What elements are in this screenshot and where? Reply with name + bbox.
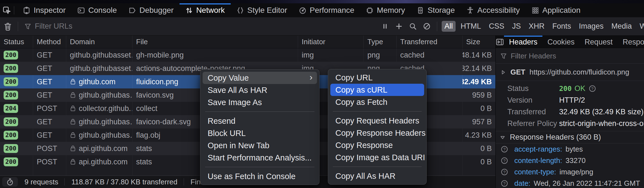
filter-headers-bar[interactable]: Filter Headers	[496, 49, 644, 64]
toolbar-tab-label: Memory	[377, 6, 405, 15]
submenu-item-label: Copy All As HAR	[335, 172, 395, 181]
header-name[interactable]: accept-ranges:	[514, 145, 562, 154]
context-menu-item[interactable]	[205, 167, 314, 167]
summary-row: Version HTTP/2	[507, 94, 644, 106]
header-row: content-length: 33270	[496, 155, 644, 166]
context-menu-item[interactable]: Save All As HAR	[203, 84, 317, 96]
summary-value: HTTP/2	[559, 96, 585, 105]
toolbar-tab[interactable]: Network	[180, 3, 231, 17]
toolbar-tab[interactable]: Inspector	[17, 3, 72, 17]
submenu-item[interactable]: Copy as Fetch	[330, 96, 424, 108]
submenu-item[interactable]: Copy as cURL	[330, 84, 424, 96]
submenu-item[interactable]: Copy Response	[330, 139, 424, 151]
context-menu-item[interactable]: Resend	[203, 115, 317, 127]
column-header[interactable]: Initiator	[298, 36, 364, 48]
context-menu-item[interactable]: Save Image As	[203, 96, 317, 108]
type-filter-button[interactable]: CSS	[486, 21, 507, 32]
submenu-item[interactable]: Copy Response Headers	[330, 127, 424, 139]
type-filter-button[interactable]: Media	[609, 21, 635, 32]
toolbar-tab[interactable]: Console	[72, 3, 123, 17]
toolbar-tab[interactable]: Performance	[293, 3, 360, 17]
pause-traffic-button[interactable]	[378, 17, 392, 35]
type-filter-button[interactable]: All	[442, 21, 456, 32]
toolbar-tab[interactable]: Storage	[411, 3, 461, 17]
status-badge: 200	[4, 64, 18, 73]
toolbar-tab[interactable]: Accessibility	[461, 3, 525, 17]
toolbar-tab-icon	[77, 7, 85, 14]
response-headers-list: accept-ranges: bytes content-length: 332…	[496, 144, 644, 188]
type-filter-button[interactable]: HTML	[458, 21, 484, 32]
filter-headers-input[interactable]: Filter Headers	[511, 52, 556, 60]
help-icon[interactable]	[501, 157, 508, 164]
header-name[interactable]: content-length:	[514, 156, 562, 165]
size-cell: 32.49 KB	[463, 75, 495, 88]
details-tab[interactable]: Cookies	[542, 36, 580, 48]
status-cell: 200	[0, 62, 33, 75]
column-header[interactable]: Size	[463, 36, 495, 48]
type-filter-button[interactable]: Fonts	[550, 21, 574, 32]
search-button[interactable]	[406, 17, 420, 35]
submenu-item[interactable]: Copy URL	[330, 71, 424, 84]
submenu-item[interactable]	[333, 167, 422, 167]
block-request-button[interactable]	[420, 17, 434, 35]
type-filter-button[interactable]: WS	[637, 21, 644, 32]
header-name[interactable]: date:	[514, 179, 530, 188]
toolbar-tab-icon	[532, 7, 539, 14]
submenu-item[interactable]: Copy Request Headers	[330, 115, 424, 127]
column-header[interactable]: File	[132, 36, 298, 48]
context-menu-item-label: Save Image As	[208, 98, 262, 107]
context-menu-item-label: Block URL	[208, 129, 246, 138]
method-cell: GET	[33, 48, 66, 62]
timing-toggle-button[interactable]	[2, 177, 18, 187]
details-tab[interactable]: Headers	[504, 36, 542, 48]
context-menu-item[interactable]: Use as Fetch in Console	[203, 170, 317, 182]
domain-text: github.githubasset…	[70, 51, 132, 60]
response-headers-section[interactable]: Response Headers (360 B)	[496, 131, 644, 144]
type-filter-button[interactable]: XHR	[526, 21, 547, 32]
request-row[interactable]: 200 GET github.githubasset… gh-mobile.pn…	[0, 48, 495, 62]
context-menu-item[interactable]: Block URL	[203, 127, 317, 139]
column-header[interactable]: Status	[0, 36, 33, 48]
type-filter-button[interactable]: Images	[576, 21, 606, 32]
toolbar-tab-label: Inspector	[34, 6, 66, 15]
column-header[interactable]: Type	[364, 36, 397, 48]
column-header[interactable]: Method	[33, 36, 66, 48]
context-menu-item[interactable]: Copy Value	[203, 72, 317, 84]
toolbar-tab[interactable]: Debugger	[123, 3, 180, 17]
context-menu-item[interactable]: Start Performance Analysis...	[203, 152, 317, 164]
toolbar-tab[interactable]: Memory	[360, 3, 411, 17]
request-details-panel: Headers Cookies Request Response Filter …	[495, 36, 644, 188]
column-header[interactable]: Domain	[66, 36, 132, 48]
toolbar-tab-icon	[129, 7, 136, 14]
submenu-item[interactable]	[333, 111, 422, 112]
submenu-item[interactable]: Copy Image as Data URI	[330, 151, 424, 164]
devtools-toolbar: Inspector Console Debugger Network	[0, 3, 644, 17]
filter-bar-divider	[18, 22, 18, 31]
split-panel-button[interactable]	[496, 36, 504, 48]
details-tab[interactable]: Request	[580, 36, 618, 48]
request-summary-row[interactable]: GET https://github.com/fluidicon.png	[496, 64, 644, 81]
filter-urls-input[interactable]: Filter URLs	[35, 22, 72, 31]
devtools-window: Inspector Console Debugger Network	[0, 0, 644, 188]
toolbar-tab[interactable]: Style Editor	[231, 3, 293, 17]
submenu-item[interactable]: Copy All As HAR	[330, 170, 424, 182]
details-tab[interactable]: Response	[618, 36, 644, 48]
pick-element-button[interactable]	[0, 3, 13, 17]
help-icon[interactable]	[501, 145, 508, 153]
header-name[interactable]: content-type:	[514, 168, 556, 176]
status-badge: 200	[4, 77, 18, 86]
toolbar-tab[interactable]: Application	[526, 3, 586, 17]
help-icon[interactable]	[501, 168, 508, 176]
type-filter-button[interactable]: JS	[509, 21, 524, 32]
context-menu-item[interactable]: Open in New Tab	[203, 139, 317, 152]
help-icon[interactable]	[589, 85, 596, 92]
column-header[interactable]: Transferred	[397, 36, 463, 48]
domain-text: github.com	[79, 78, 115, 86]
plus-icon	[395, 22, 403, 30]
new-request-button[interactable]	[392, 17, 406, 35]
context-menu-item[interactable]	[205, 112, 314, 112]
clear-requests-button[interactable]	[1, 22, 14, 31]
details-tabs: Headers Cookies Request Response	[504, 36, 644, 48]
help-icon[interactable]	[501, 180, 508, 187]
summary-value: OK	[574, 84, 585, 93]
